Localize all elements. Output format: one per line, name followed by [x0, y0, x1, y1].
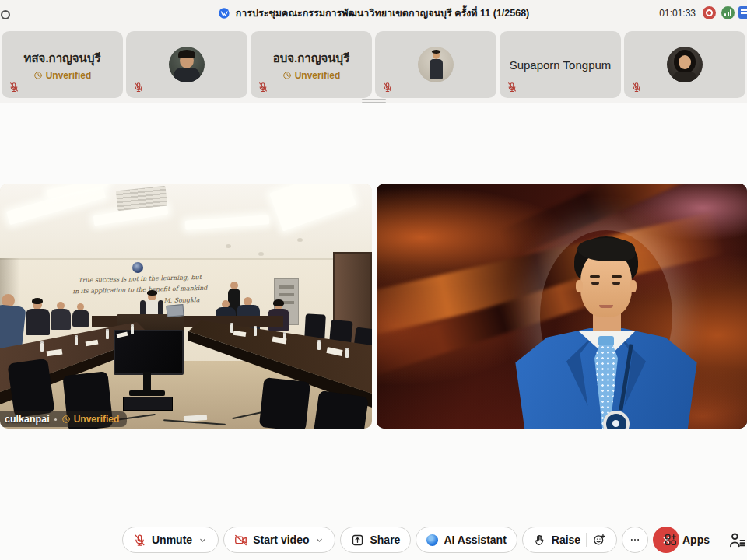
mic-muted-icon: [133, 534, 146, 547]
person-torso: [26, 309, 50, 335]
title-bar: การประชุมคณะกรรมการพัฒนาวิทยาเขตกาญจนบุร…: [0, 0, 747, 26]
chevron-down-icon[interactable]: [198, 535, 208, 545]
participant-tile[interactable]: อบจ.กาญจนบุรี Unverified: [251, 31, 372, 98]
water-bottle: [345, 349, 349, 358]
clock-icon: [33, 71, 43, 80]
laptop: [166, 304, 184, 317]
reactions-icon[interactable]: [592, 533, 606, 547]
camera-off-icon: [234, 534, 247, 547]
water-bottle: [317, 341, 321, 350]
more-options-button[interactable]: [622, 527, 648, 553]
record-indicator-icon[interactable]: [703, 6, 716, 19]
participant-name: ทสจ.กาญจนบุรี: [24, 49, 101, 68]
raise-hand-button[interactable]: Raise: [522, 527, 617, 553]
meeting-title: การประชุมคณะกรรมการพัฒนาวิทยาเขตกาญจนบุร…: [236, 5, 530, 21]
mic-muted-icon: [9, 82, 19, 93]
filmstrip-resize-handle[interactable]: [362, 99, 386, 103]
participant-tile[interactable]: Supaporn Tongpum: [500, 31, 621, 98]
start-video-button[interactable]: Start video: [223, 527, 335, 553]
person-hair: [32, 298, 43, 304]
participants-icon[interactable]: [728, 530, 747, 550]
clock-icon: [282, 71, 292, 80]
ellipsis-icon: [628, 533, 642, 547]
unmute-button[interactable]: Unmute: [122, 527, 219, 553]
chairperson-jacket: [140, 300, 146, 316]
water-bottle: [40, 343, 44, 352]
chevron-down-icon[interactable]: [314, 535, 324, 545]
speaker-name-label: culkanpai Unverified: [0, 411, 127, 427]
separator-dot: [54, 418, 57, 421]
mic-muted-icon: [133, 82, 144, 93]
voov-meeting-logo-icon: [218, 7, 230, 19]
speaker-eye: [591, 282, 599, 285]
unverified-badge: Unverified: [282, 70, 341, 81]
ai-assistant-button[interactable]: AI Assistant: [416, 527, 517, 553]
avatar: [169, 47, 205, 82]
toolbar-main-cluster: Unmute Start video Share AI Assistant Ra…: [122, 527, 679, 553]
chairperson-hair: [147, 290, 157, 296]
speaker-eyebrow: [590, 275, 600, 278]
tv-base: [129, 390, 165, 396]
speaker-eyebrow: [612, 275, 622, 278]
ai-assistant-icon: [426, 534, 438, 546]
mic-muted-icon: [631, 82, 642, 93]
avatar-body: [673, 72, 696, 82]
foreground-chair: [7, 359, 54, 418]
avatar: [667, 47, 703, 82]
speaker-ear: [576, 280, 583, 292]
water-bottle: [106, 331, 109, 339]
person-torso: [51, 309, 71, 330]
control-toolbar: Unmute Start video Share AI Assistant Ra…: [0, 527, 747, 555]
participant-name: Supaporn Tongpum: [510, 58, 612, 72]
wall-emblem: [132, 262, 143, 273]
speaker-name: culkanpai: [5, 414, 50, 425]
tv-stand: [143, 372, 151, 391]
foreground-chair: [259, 377, 310, 429]
share-screen-icon: [351, 534, 364, 547]
water-bottle: [254, 327, 257, 336]
divider: [586, 533, 587, 547]
unverified-badge: Unverified: [61, 414, 120, 425]
mic-muted-icon: [507, 82, 517, 93]
person-hair: [273, 299, 284, 306]
unverified-badge: Unverified: [33, 70, 92, 81]
share-button[interactable]: Share: [340, 527, 411, 553]
foreground-chair: [313, 390, 369, 429]
chairperson-jacket: [158, 300, 163, 316]
avatar-hair: [432, 50, 440, 54]
avatar-hair: [178, 50, 195, 58]
avatar-face: [679, 55, 691, 69]
clock-icon: [61, 415, 71, 424]
participant-name: อบจ.กาญจนบุรี: [273, 49, 349, 68]
mic-muted-icon: [258, 82, 268, 93]
water-bottle: [131, 326, 134, 334]
apps-grid-icon: [664, 533, 678, 547]
avatar-suit: [430, 59, 443, 79]
participant-filmstrip: ทสจ.กาญจนบุรี Unverified อบจ.กาญจนบุรี: [2, 31, 745, 98]
downlight: [226, 244, 231, 248]
tv-monitor: [114, 330, 184, 375]
participant-tile[interactable]: ทสจ.กาญจนบุรี Unverified: [2, 31, 123, 98]
video-feed-meeting-room[interactable]: True success is not in the learning, but…: [0, 184, 372, 429]
meeting-timer: 01:01:33: [659, 8, 696, 19]
avatar: [418, 47, 454, 82]
meeting-window: การประชุมคณะกรรมการพัฒนาวิทยาเขตกาญจนบุร…: [0, 0, 747, 560]
notes-icon[interactable]: [738, 6, 747, 19]
person-torso: [72, 310, 89, 327]
tv-shelf: [123, 397, 173, 411]
raised-hand-icon: [533, 534, 546, 547]
participant-tile[interactable]: [126, 31, 247, 98]
downlight: [297, 238, 303, 242]
mic-muted-icon: [382, 82, 393, 93]
top-region: การประชุมคณะกรรมการพัฒนาวิทยาเขตกาญจนบุร…: [0, 0, 747, 103]
participant-tile[interactable]: [375, 31, 496, 98]
apps-button[interactable]: Apps: [664, 527, 710, 553]
window-edge-icon: [1, 10, 10, 19]
video-feed-speaker[interactable]: [377, 184, 747, 429]
speaker-mouth: [599, 305, 613, 308]
speaker-ear: [630, 280, 637, 292]
network-quality-icon[interactable]: [721, 6, 735, 19]
downlight: [258, 252, 264, 256]
participant-tile[interactable]: [624, 31, 745, 98]
water-bottle: [75, 337, 78, 345]
